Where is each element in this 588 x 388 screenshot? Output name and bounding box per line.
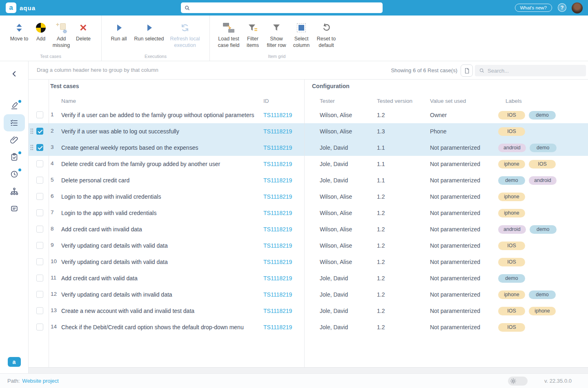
- toolbar-button-label: Move to: [10, 36, 28, 42]
- table-row[interactable]: 1 Verify if a user can be added to the f…: [29, 107, 588, 123]
- sidebar-item-history[interactable]: [4, 166, 25, 183]
- test-case-name[interactable]: Add credit card with valid data: [61, 270, 138, 286]
- table-row[interactable]: 2 Verify if a user was able to log out s…: [29, 123, 588, 140]
- run-selected-button[interactable]: Run selected: [131, 21, 167, 42]
- sidebar-item-test-cases[interactable]: [4, 114, 25, 131]
- table-row[interactable]: 6 Login to the app with invalid credenti…: [29, 188, 588, 205]
- group-by-bar[interactable]: Drag a column header here to group by th…: [29, 61, 588, 80]
- table-row[interactable]: 3 Create general weekly reports based on…: [29, 140, 588, 156]
- row-checkbox[interactable]: [36, 177, 43, 184]
- test-case-name[interactable]: Verify updating card details with valid …: [61, 254, 168, 270]
- global-search[interactable]: [181, 2, 383, 13]
- row-checkbox[interactable]: [36, 226, 43, 233]
- path-project-link[interactable]: Website project: [22, 378, 58, 384]
- test-case-id-link[interactable]: TS1118219: [263, 156, 292, 172]
- table-row[interactable]: 9 Verify updating card details with vali…: [29, 237, 588, 254]
- row-checkbox[interactable]: [36, 324, 43, 330]
- run-all-button[interactable]: Run all: [107, 21, 131, 42]
- column-header-tested-version[interactable]: Tested version: [377, 98, 412, 104]
- test-case-name[interactable]: Verify if a user can be added to the fam…: [61, 107, 254, 123]
- test-case-name[interactable]: Add credit card with invalid data: [61, 221, 142, 237]
- table-row[interactable]: 5 Delete personal credit card TS1118219 …: [29, 172, 588, 188]
- load-test-case-field-button[interactable]: Load test case field: [215, 21, 243, 49]
- test-case-id-link[interactable]: TS1118219: [263, 237, 292, 254]
- row-checkbox[interactable]: [36, 193, 43, 200]
- user-avatar[interactable]: [572, 2, 583, 13]
- add-button[interactable]: Add: [32, 21, 50, 42]
- delete-button[interactable]: ✕ Delete: [73, 21, 94, 42]
- add-missing-button[interactable]: + Add missing: [50, 21, 73, 49]
- test-case-id-link[interactable]: TS1118219: [263, 254, 292, 270]
- help-button[interactable]: ?: [558, 3, 566, 12]
- column-header-labels[interactable]: Labels: [506, 98, 522, 104]
- cell-tester: Wilson, Alise: [320, 123, 352, 140]
- row-checkbox[interactable]: [36, 258, 43, 265]
- row-checkbox[interactable]: [36, 275, 43, 282]
- table-row[interactable]: 7 Login to the app with valid credential…: [29, 205, 588, 221]
- copy-document-button[interactable]: [461, 64, 473, 77]
- test-case-name[interactable]: Verify updating card details with valid …: [61, 237, 168, 254]
- test-case-id-link[interactable]: TS1118219: [263, 270, 292, 286]
- test-case-name[interactable]: Delete credit card from the family group…: [61, 156, 220, 172]
- settings-toggle[interactable]: [508, 377, 528, 386]
- test-case-id-link[interactable]: TS1118219: [263, 221, 292, 237]
- test-case-id-link[interactable]: TS1118219: [263, 123, 292, 140]
- sidebar-item-hierarchy[interactable]: [4, 183, 25, 200]
- column-header-id[interactable]: ID: [263, 98, 269, 104]
- column-header-value-set[interactable]: Value set used: [430, 98, 466, 104]
- row-checkbox[interactable]: [36, 128, 43, 135]
- select-column-button[interactable]: Select column: [290, 21, 313, 49]
- whats-new-button[interactable]: What's new?: [515, 4, 552, 12]
- table-row[interactable]: 8 Add credit card with invalid data TS11…: [29, 221, 588, 237]
- sidebar-collapse-button[interactable]: [10, 69, 19, 79]
- test-case-id-link[interactable]: TS1118219: [263, 303, 292, 319]
- test-case-id-link[interactable]: TS1118219: [263, 140, 292, 156]
- grid-search[interactable]: [475, 65, 586, 76]
- band-header-test-cases[interactable]: Test cases: [50, 83, 79, 89]
- row-checkbox[interactable]: [36, 291, 43, 298]
- test-case-name[interactable]: Check if the Debit/Credit card option sh…: [61, 319, 244, 335]
- table-row[interactable]: 4 Delete credit card from the family gro…: [29, 156, 588, 172]
- test-case-name[interactable]: Delete personal credit card: [61, 172, 129, 188]
- test-case-id-link[interactable]: TS1118219: [263, 172, 292, 188]
- column-header-name[interactable]: Name: [61, 98, 76, 104]
- reset-to-default-button[interactable]: Reset to default: [313, 21, 340, 49]
- row-checkbox[interactable]: [36, 307, 43, 314]
- sidebar-item-tasks[interactable]: [4, 149, 25, 166]
- column-header-tester[interactable]: Tester: [320, 98, 335, 104]
- band-header-configuration[interactable]: Configuration: [312, 83, 350, 89]
- test-case-id-link[interactable]: TS1118219: [263, 286, 292, 303]
- refresh-local-execution-button[interactable]: Refresh local execution: [167, 21, 203, 49]
- sidebar-item-attachments[interactable]: [4, 131, 25, 149]
- drag-handle-icon[interactable]: [30, 144, 33, 151]
- row-checkbox[interactable]: [36, 144, 43, 151]
- show-filter-row-button[interactable]: Show filter row: [263, 21, 290, 49]
- global-search-input[interactable]: [193, 5, 379, 11]
- row-checkbox[interactable]: [36, 111, 43, 118]
- test-case-id-link[interactable]: TS1118219: [263, 205, 292, 221]
- test-case-id-link[interactable]: TS1118219: [263, 107, 292, 123]
- test-case-name[interactable]: Create general weekly reports based on t…: [61, 140, 198, 156]
- test-case-name[interactable]: Login to the app with valid credentials: [61, 205, 156, 221]
- test-case-name[interactable]: Create a new account with valid and inva…: [61, 303, 194, 319]
- test-case-name[interactable]: Verify if a user was able to log out suc…: [61, 123, 179, 140]
- table-row[interactable]: 11 Add credit card with valid data TS111…: [29, 270, 588, 286]
- row-checkbox[interactable]: [36, 209, 43, 216]
- sidebar-item-comments[interactable]: [4, 200, 25, 217]
- table-row[interactable]: 14 Check if the Debit/Credit card option…: [29, 319, 588, 335]
- row-checkbox[interactable]: [36, 242, 43, 249]
- row-checkbox[interactable]: [36, 160, 43, 167]
- drag-handle-icon[interactable]: [30, 128, 33, 135]
- table-row[interactable]: 12 Verify updating card details with inv…: [29, 286, 588, 303]
- sidebar-item-edit[interactable]: [4, 97, 25, 114]
- test-case-name[interactable]: Login to the app with invalid credential…: [61, 188, 161, 205]
- move-to-button[interactable]: Move to: [7, 21, 32, 42]
- grid-search-input[interactable]: [488, 68, 582, 74]
- table-row[interactable]: 10 Verify updating card details with val…: [29, 254, 588, 270]
- filter-items-button[interactable]: Filter items: [243, 21, 263, 49]
- brand[interactable]: a aqua: [6, 2, 36, 13]
- table-row[interactable]: 13 Create a new account with valid and i…: [29, 303, 588, 319]
- test-case-id-link[interactable]: TS1118219: [263, 319, 292, 335]
- test-case-name[interactable]: Verify updating card details with invali…: [61, 286, 172, 303]
- test-case-id-link[interactable]: TS1118219: [263, 188, 292, 205]
